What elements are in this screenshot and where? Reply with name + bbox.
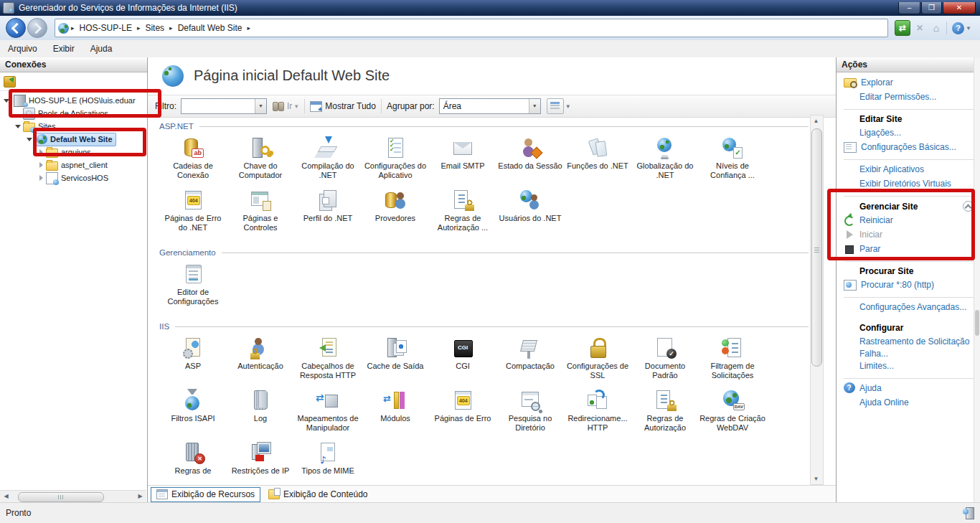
forward-button[interactable] [27,18,47,38]
feature-tile[interactable]: Usuários do .NET [496,189,564,232]
action-label[interactable]: Reiniciar [859,215,893,227]
feature-tile[interactable]: Mapeamentos de Manipulador [294,389,362,433]
feature-tile[interactable]: Log [227,389,294,433]
feature-tile[interactable]: Restrições de IP [227,441,294,476]
back-button[interactable] [6,18,26,38]
feature-tile[interactable]: Páginas de Erro do .NET [159,189,227,232]
feature-tile[interactable]: Globalização do .NET [631,136,699,180]
feature-tile[interactable]: Perfil do .NET [294,189,362,232]
feature-tile[interactable]: Pesquisa no Diretório [496,389,564,433]
chevron-down-icon[interactable]: ▼ [565,103,571,110]
breadcrumb-default-web-site[interactable]: Default Web Site [175,23,245,33]
action-restart[interactable]: Reiniciar [844,215,974,229]
action-bindings[interactable]: Ligações... [859,127,974,141]
feature-tile[interactable]: Documento Padrão [631,336,699,380]
action-advanced-settings[interactable]: Configurações Avançadas... [859,301,974,316]
feature-tile[interactable]: Autenticação [227,336,294,380]
tab-features-view[interactable]: Exibição de Recursos [151,487,260,502]
collapse-arrow-icon[interactable] [3,97,10,104]
action-basic-settings[interactable]: Configurações Básicas... [844,141,974,156]
breadcrumb-sites[interactable]: Sites [142,23,167,33]
feature-tile[interactable]: Regras de [159,441,227,476]
feature-tile[interactable]: Regras de Criação WebDAV [699,389,766,433]
feature-tile[interactable]: ASP [159,336,227,380]
feature-tile[interactable]: Redirecioname... HTTP [564,389,631,433]
tab-content-view[interactable]: Exibição de Conteúdo [263,488,372,501]
menu-arquivo[interactable]: Arquivo [0,41,45,57]
scroll-right-icon[interactable]: ▶ [134,491,146,502]
feature-tile[interactable]: Filtros ISAPI [159,389,227,433]
action-label[interactable]: Explorar [861,77,893,89]
scroll-up-icon[interactable]: ▲ [811,116,821,126]
action-explore[interactable]: Explorar [844,77,974,91]
action-limits[interactable]: Limites... [859,360,974,374]
tree-node-arquivos[interactable]: arquivos [0,146,147,159]
breadcrumb[interactable]: HOS-SUP-LE Sites Default Web Site [55,19,888,37]
tree-node-sites[interactable]: Sites [0,120,147,133]
scrollbar-thumb[interactable] [18,492,104,502]
action-label[interactable]: Ajuda Online [859,397,909,409]
go-button[interactable]: Ir [287,101,292,111]
feature-tile[interactable]: Compactação [496,336,564,380]
scrollbar-thumb[interactable] [811,128,822,367]
vertical-scrollbar[interactable]: ▲ ▼ [810,115,824,485]
help-icon[interactable]: ? [952,22,964,34]
home-icon[interactable]: ⌂ [929,21,943,35]
expand-arrow-icon[interactable] [37,149,44,156]
feature-tile[interactable]: Páginas de Erro [429,389,496,433]
close-button[interactable]: ✕ [943,2,976,14]
action-view-applications[interactable]: Exibir Aplicativos [859,164,974,178]
menu-ajuda[interactable]: Ajuda [83,41,121,57]
action-browse-80[interactable]: Procurar *:80 (http) [844,279,974,293]
feature-tile[interactable]: Módulos [362,389,429,433]
maximize-button[interactable]: ❐ [921,2,942,14]
feature-tile[interactable]: Regras de Autorização [631,389,699,433]
feature-tile[interactable]: Níveis de Confiança ... [699,136,766,180]
action-label[interactable]: Configurações Básicas... [861,141,956,154]
action-help-online[interactable]: Ajuda Online [859,397,974,411]
feature-tile[interactable]: Regras de Autorização ... [429,189,496,232]
action-view-virtual-dirs[interactable]: Exibir Diretórios Virtuais [859,178,974,192]
collapse-chevron-icon[interactable] [963,201,974,212]
expand-arrow-icon[interactable] [37,174,44,182]
action-label[interactable]: Ajuda [859,382,882,395]
feature-tile[interactable]: Cache de Saída [362,336,429,380]
action-label[interactable]: Procurar *:80 (http) [861,279,934,291]
create-connection-icon[interactable] [4,76,16,88]
expand-arrow-icon[interactable] [37,161,44,169]
action-label[interactable]: Exibir Diretórios Virtuais [859,178,951,190]
chevron-down-icon[interactable]: ▼ [966,25,971,32]
action-label[interactable]: Parar [859,243,880,255]
feature-tile[interactable]: Filtragem de Solicitações [699,336,766,380]
tree-node-app-pools[interactable]: Pools de Aplicativos [0,107,147,120]
scrollbar-thumb[interactable] [975,310,979,336]
refresh-icon[interactable]: ⇄ [895,20,910,36]
scroll-left-icon[interactable]: ◀ [0,491,12,502]
tree-node-default-web-site[interactable]: Default Web Site [0,133,147,146]
action-label[interactable]: Rastreamento de Solicitação Falha... [859,336,974,360]
feature-tile[interactable]: Chave do Computador [227,136,294,180]
action-help[interactable]: Ajuda [844,382,974,397]
group-by-select[interactable]: Área ▼ [439,98,541,114]
tree-node-servicoshos[interactable]: ServicosHOS [0,171,147,184]
feature-tile[interactable]: Páginas e Controles [227,189,294,232]
feature-tile[interactable]: Funções do .NET [564,136,631,180]
feature-tile[interactable]: Configurações do Aplicativo [362,136,429,180]
feature-tile[interactable]: Estado da Sessão [496,136,564,180]
chevron-down-icon[interactable]: ▼ [529,99,540,113]
menu-exibir[interactable]: Exibir [45,41,83,57]
horizontal-scrollbar[interactable]: ◀ ▶ [0,490,146,503]
chevron-down-icon[interactable]: ▼ [293,103,299,110]
action-failed-request-tracing[interactable]: Rastreamento de Solicitação Falha... [859,336,974,360]
scroll-down-icon[interactable]: ▼ [811,473,821,484]
feature-tile[interactable]: Editor de Configurações [159,263,227,306]
feature-tile[interactable]: Configurações de SSL [564,336,631,380]
view-mode-icon[interactable] [547,98,564,114]
tree-node-aspnet-client[interactable]: aspnet_client [0,159,147,171]
chevron-down-icon[interactable]: ▼ [255,99,266,113]
action-label[interactable]: Configurações Avançadas... [859,301,966,314]
action-edit-permissions[interactable]: Editar Permissões... [859,91,974,105]
minimize-button[interactable]: – [898,2,920,14]
collapse-arrow-icon[interactable] [14,123,22,130]
feature-tile[interactable]: Cadeias de Conexão [159,136,227,180]
